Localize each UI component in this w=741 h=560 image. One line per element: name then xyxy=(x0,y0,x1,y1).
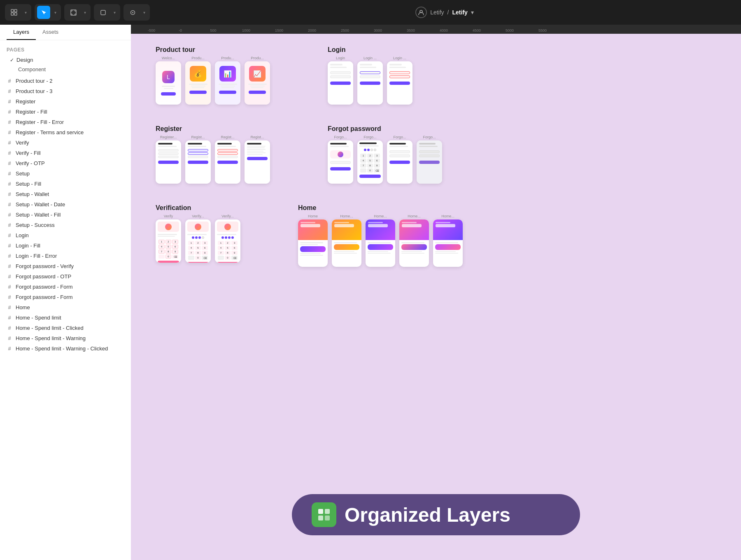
layer-label: Setup - Fill xyxy=(16,181,41,187)
hash-icon: # xyxy=(7,78,12,84)
svg-rect-13 xyxy=(101,10,105,15)
frame-register-3[interactable]: Regist... xyxy=(215,135,240,184)
page-design[interactable]: ✓ Design xyxy=(7,55,124,65)
frame-thumb-product-4: 📈 xyxy=(245,61,270,105)
frame-product-2[interactable]: Produ... 💰 xyxy=(185,56,211,105)
layer-verify[interactable]: # Verify xyxy=(0,138,131,148)
canvas-area[interactable]: -500 -0 500 1000 1500 2000 2500 3000 350… xyxy=(131,25,741,560)
frame-forgot-4[interactable]: Forgo... xyxy=(417,135,442,184)
layer-register-fill-error[interactable]: # Register - Fill - Error xyxy=(0,117,131,127)
grid-tool-btn[interactable] xyxy=(7,6,21,19)
hash-icon: # xyxy=(7,160,12,166)
layer-verify-fill[interactable]: # Verify - Fill xyxy=(0,148,131,158)
layer-setup-fill[interactable]: # Setup - Fill xyxy=(0,179,131,189)
frame-label-verify-2: Verify... xyxy=(192,214,204,218)
layer-register[interactable]: # Register xyxy=(0,96,131,107)
layer-forgot-form-2[interactable]: # Forgot password - Form xyxy=(0,292,131,302)
section-title-product-tour: Product tour xyxy=(156,46,270,54)
pen-chevron-icon[interactable]: ▾ xyxy=(141,6,147,19)
frame-home-4[interactable]: Home... xyxy=(399,214,429,267)
tab-layers[interactable]: Layers xyxy=(7,25,36,40)
layer-label: Forgot password - OTP xyxy=(16,273,71,280)
ruler-mark: 4000 xyxy=(427,28,460,34)
page-component[interactable]: Component xyxy=(7,65,124,74)
frame-forgot-1[interactable]: Forgo... xyxy=(328,135,353,184)
toolbar-center: Letify / Letify ▾ xyxy=(153,7,736,18)
frame-home-1[interactable]: Home xyxy=(298,214,328,267)
frame-tool-btn[interactable] xyxy=(67,6,80,19)
layer-label: Register xyxy=(16,98,35,105)
layer-product-tour-2[interactable]: # Product tour - 2 xyxy=(0,76,131,86)
layer-forgot-verify[interactable]: # Forgot password - Verify xyxy=(0,261,131,271)
frame-verify-3[interactable]: Verify... xyxy=(215,214,240,263)
tab-assets[interactable]: Assets xyxy=(36,25,65,40)
layer-verify-otp[interactable]: # Verify - OTP xyxy=(0,158,131,168)
shape-tool-btn[interactable] xyxy=(96,6,110,19)
sidebar: Layers Assets Pages ✓ Design Component #… xyxy=(0,25,131,560)
layer-home-spend-warning[interactable]: # Home - Spend limit - Warning xyxy=(0,333,131,343)
layer-setup-wallet-fill[interactable]: # Setup - Wallet - Fill xyxy=(0,210,131,220)
frame-home-5[interactable]: Home... xyxy=(433,214,463,267)
frame-welcome[interactable]: Welco... L xyxy=(156,56,181,105)
hash-icon: # xyxy=(7,325,12,331)
frame-register-terms[interactable]: Regist... xyxy=(245,135,270,184)
pen-tool-btn[interactable] xyxy=(126,6,139,19)
layer-login[interactable]: # Login xyxy=(0,230,131,240)
file-chevron-icon[interactable]: ▾ xyxy=(471,9,474,16)
layer-forgot-otp[interactable]: # Forgot password - OTP xyxy=(0,271,131,282)
shape-tool-group: ▾ xyxy=(94,4,120,21)
select-tool-btn[interactable] xyxy=(37,6,50,19)
ruler-mark: -500 xyxy=(139,28,164,34)
section-product-tour: Product tour Welco... L xyxy=(156,46,270,105)
username-label: Letify xyxy=(430,9,444,16)
layer-home-spend[interactable]: # Home - Spend limit xyxy=(0,313,131,323)
layer-home-spend-warning-clicked[interactable]: # Home - Spend limit - Warning - Clicked xyxy=(0,343,131,354)
layer-label: Forgot password - Verify xyxy=(16,263,74,269)
svg-rect-3 xyxy=(14,13,17,15)
layer-login-fill[interactable]: # Login - Fill xyxy=(0,240,131,251)
hash-icon: # xyxy=(7,345,12,352)
layer-label: Home - Spend limit - Clicked xyxy=(16,325,84,331)
layer-login-fill-error[interactable]: # Login - Fill - Error xyxy=(0,251,131,261)
section-title-home: Home xyxy=(298,204,463,212)
layer-home[interactable]: # Home xyxy=(0,302,131,313)
frame-login-3[interactable]: Login ... xyxy=(387,56,412,105)
frame-product-4[interactable]: Produ... 📈 xyxy=(245,56,270,105)
frame-register-1[interactable]: Register... xyxy=(156,135,181,184)
frame-label-verify-1: Verify xyxy=(164,214,173,218)
chevron-down-icon[interactable]: ▾ xyxy=(22,6,29,19)
layer-forgot-form-1[interactable]: # Forgot password - Form xyxy=(0,282,131,292)
frame-label-verify-3: Verify... xyxy=(221,214,233,218)
section-forgot: Forgot password Forgo... xyxy=(328,125,442,184)
layer-setup[interactable]: # Setup xyxy=(0,168,131,179)
frame-forgot-3[interactable]: Forgo... xyxy=(387,135,412,184)
layer-register-fill[interactable]: # Register - Fill xyxy=(0,107,131,117)
svg-rect-4 xyxy=(71,10,76,15)
frame-home-3[interactable]: Home... xyxy=(366,214,395,267)
layer-home-spend-clicked[interactable]: # Home - Spend limit - Clicked xyxy=(0,323,131,333)
layer-label: Home xyxy=(16,304,30,310)
shape-chevron-icon[interactable]: ▾ xyxy=(111,6,118,19)
frame-verify-2[interactable]: Verify... xyxy=(185,214,211,263)
layer-setup-wallet[interactable]: # Setup - Wallet xyxy=(0,189,131,199)
frame-forgot-2[interactable]: Forgo... xyxy=(357,135,383,184)
frame-verify-1[interactable]: Verify 1 xyxy=(156,214,181,263)
frame-product-3[interactable]: Produ... 📊 xyxy=(215,56,240,105)
design-row-1: Product tour Welco... L xyxy=(156,46,732,105)
layer-setup-success[interactable]: # Setup - Success xyxy=(0,220,131,230)
ruler-mark: 5000 xyxy=(493,28,526,34)
frame-login-2[interactable]: Login ... xyxy=(357,56,383,105)
frame-thumb-home-1 xyxy=(298,219,328,267)
layer-label: Setup - Wallet xyxy=(16,191,49,197)
frame-home-2[interactable]: Home... xyxy=(332,214,361,267)
layer-register-terms[interactable]: # Register - Terms and service xyxy=(0,127,131,138)
layer-setup-wallet-date[interactable]: # Setup - Wallet - Date xyxy=(0,199,131,210)
frame-chevron-icon[interactable]: ▾ xyxy=(82,6,88,19)
select-chevron-icon[interactable]: ▾ xyxy=(52,6,58,19)
canvas-content[interactable]: Product tour Welco... L xyxy=(131,34,741,560)
frame-label-forgot-2: Forgo... xyxy=(364,135,376,139)
frame-register-2[interactable]: Regist... xyxy=(185,135,211,184)
frame-login-1[interactable]: Login xyxy=(328,56,353,105)
layer-product-tour-3[interactable]: # Product tour - 3 xyxy=(0,86,131,96)
section-title-register: Register xyxy=(156,125,270,133)
